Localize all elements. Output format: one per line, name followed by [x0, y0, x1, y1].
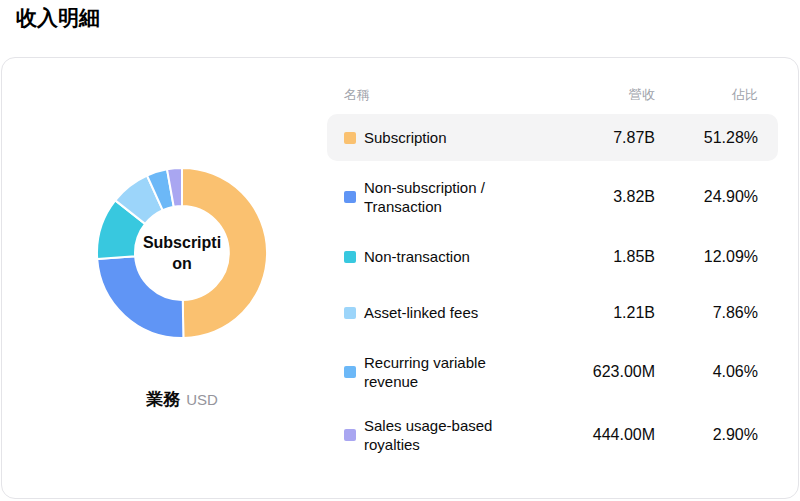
series-revenue: 1.85B: [545, 248, 655, 266]
chart-footer-label: 業務: [146, 390, 180, 409]
table-row[interactable]: Subscription 7.87B 51.28%: [327, 114, 778, 161]
series-name: Non-transaction: [364, 247, 545, 266]
chart-footer-unit: USD: [186, 391, 218, 408]
donut-chart: Subscription: [96, 167, 268, 339]
chart-footer: 業務USD: [46, 388, 318, 411]
table-row[interactable]: Sales usage-based royalties 444.00M 2.90…: [327, 408, 778, 462]
series-name: Non-subscription / Transaction: [364, 178, 545, 216]
revenue-breakdown-card: Subscription 業務USD 名稱 營收 佔比 Subscription…: [1, 57, 799, 499]
series-revenue: 444.00M: [545, 426, 655, 444]
table-body: Subscription 7.87B 51.28% Non-subscripti…: [327, 114, 778, 462]
donut-svg: [96, 167, 268, 339]
header-revenue: 營收: [545, 86, 655, 104]
series-color-swatch: [344, 366, 356, 378]
series-revenue: 1.21B: [545, 304, 655, 322]
series-revenue: 623.00M: [545, 363, 655, 381]
series-color-swatch: [344, 251, 356, 263]
series-color-swatch: [344, 307, 356, 319]
series-name: Subscription: [364, 128, 545, 147]
breakdown-table: 名稱 營收 佔比 Subscription 7.87B 51.28% Non-s…: [327, 58, 778, 471]
table-row[interactable]: Recurring variable revenue 623.00M 4.06%: [327, 345, 778, 399]
series-share: 2.90%: [655, 426, 758, 444]
donut-segment[interactable]: [97, 256, 183, 338]
table-row[interactable]: Non-transaction 1.85B 12.09%: [327, 233, 778, 280]
series-share: 4.06%: [655, 363, 758, 381]
series-share: 51.28%: [655, 129, 758, 147]
series-name: Sales usage-based royalties: [364, 416, 545, 454]
donut-segment[interactable]: [182, 168, 267, 338]
series-share: 24.90%: [655, 188, 758, 206]
table-header-row: 名稱 營收 佔比: [327, 86, 778, 104]
series-color-swatch: [344, 429, 356, 441]
header-share: 佔比: [655, 86, 758, 104]
series-color-swatch: [344, 132, 356, 144]
series-color-swatch: [344, 191, 356, 203]
series-revenue: 3.82B: [545, 188, 655, 206]
table-row[interactable]: Non-subscription / Transaction 3.82B 24.…: [327, 170, 778, 224]
table-row[interactable]: Asset-linked fees 1.21B 7.86%: [327, 289, 778, 336]
series-share: 12.09%: [655, 248, 758, 266]
header-name: 名稱: [344, 86, 545, 104]
series-revenue: 7.87B: [545, 129, 655, 147]
series-name: Asset-linked fees: [364, 303, 545, 322]
page-title: 收入明細: [16, 4, 100, 32]
series-name: Recurring variable revenue: [364, 353, 545, 391]
series-share: 7.86%: [655, 304, 758, 322]
